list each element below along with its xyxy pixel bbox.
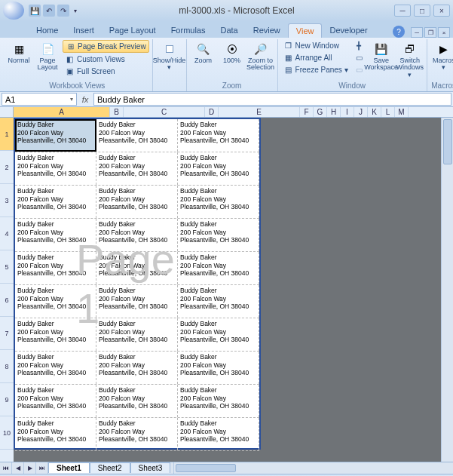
sheet-nav-last[interactable]: ⏭ — [36, 462, 48, 474]
tab-review[interactable]: Review — [246, 23, 288, 38]
workbook-close-button[interactable]: × — [438, 27, 450, 38]
column-header-d[interactable]: D — [205, 107, 219, 117]
split-button[interactable]: ╋ — [352, 40, 366, 51]
cell-A8[interactable]: Buddy Baker200 Falcon WayPleasantville, … — [15, 352, 96, 384]
normal-view-button[interactable]: ▦ Normal — [5, 40, 32, 66]
row-header-7[interactable]: 7 — [0, 317, 14, 350]
show-hide-button[interactable]: Show/Hide▾ — [156, 40, 183, 73]
cell-E6[interactable]: Buddy Baker200 Falcon WayPleasantville, … — [178, 285, 259, 318]
cell-C3[interactable]: Buddy Baker200 Falcon WayPleasantville, … — [96, 186, 178, 218]
row-header-8[interactable]: 8 — [0, 350, 14, 383]
page-break-preview-button[interactable]: ⊞Page Break Preview — [63, 40, 149, 53]
cell-C9[interactable]: Buddy Baker200 Falcon WayPleasantville, … — [96, 385, 178, 417]
cell-E2[interactable]: Buddy Baker200 Falcon WayPleasantville, … — [178, 152, 259, 185]
full-screen-button[interactable]: ▣Full Screen — [63, 66, 149, 77]
qat-customize-dropdown[interactable]: ▾ — [72, 5, 79, 17]
row-header-6[interactable]: 6 — [0, 284, 14, 317]
arrange-all-button[interactable]: ▦Arrange All — [281, 52, 350, 63]
cell-C5[interactable]: Buddy Baker200 Falcon WayPleasantville, … — [96, 252, 178, 284]
macros-button[interactable]: ▶Macros▾ — [430, 40, 453, 73]
cell-E4[interactable]: Buddy Baker200 Falcon WayPleasantville, … — [178, 219, 259, 251]
cell-A3[interactable]: Buddy Baker200 Falcon WayPleasantville, … — [15, 186, 96, 218]
cell-A10[interactable]: Buddy Baker200 Falcon WayPleasantville, … — [15, 418, 96, 450]
column-header-i[interactable]: I — [341, 107, 354, 117]
tab-home[interactable]: Home — [29, 23, 66, 38]
cell-C7[interactable]: Buddy Baker200 Falcon WayPleasantville, … — [96, 318, 178, 351]
cell-A9[interactable]: Buddy Baker200 Falcon WayPleasantville, … — [15, 385, 96, 417]
vertical-scrollbar[interactable] — [441, 118, 453, 462]
cell-C4[interactable]: Buddy Baker200 Falcon WayPleasantville, … — [96, 219, 178, 251]
sheet-nav-next[interactable]: ▶ — [24, 462, 36, 474]
row-header-1[interactable]: 1 — [0, 118, 14, 151]
cell-E8[interactable]: Buddy Baker200 Falcon WayPleasantville, … — [178, 352, 259, 384]
column-header-b[interactable]: B — [110, 107, 124, 117]
cell-E7[interactable]: Buddy Baker200 Falcon WayPleasantville, … — [178, 318, 259, 351]
column-header-c[interactable]: C — [124, 107, 205, 117]
row-header-4[interactable]: 4 — [0, 217, 14, 250]
maximize-button[interactable]: □ — [414, 5, 430, 17]
cell-A1[interactable]: Buddy Baker200 Falcon WayPleasantville, … — [15, 119, 96, 152]
zoom-100-button[interactable]: ⦿100% — [219, 40, 246, 66]
cell-E9[interactable]: Buddy Baker200 Falcon WayPleasantville, … — [178, 385, 259, 417]
row-header-9[interactable]: 9 — [0, 383, 14, 416]
cells-area[interactable]: Page 1 Buddy Baker200 Falcon WayPleasant… — [14, 118, 453, 462]
cell-E1[interactable]: Buddy Baker200 Falcon WayPleasantville, … — [178, 119, 259, 152]
save-workspace-button[interactable]: 💾Save Workspace — [368, 40, 395, 73]
custom-views-button[interactable]: ◧Custom Views — [63, 54, 149, 65]
column-header-e[interactable]: E — [219, 107, 300, 117]
tab-insert[interactable]: Insert — [66, 23, 102, 38]
row-header-3[interactable]: 3 — [0, 184, 14, 217]
formula-bar[interactable]: Buddy Baker — [93, 93, 451, 106]
horizontal-scrollbar[interactable] — [173, 462, 453, 474]
qat-redo-button[interactable]: ↷ — [57, 5, 69, 17]
cell-C6[interactable]: Buddy Baker200 Falcon WayPleasantville, … — [96, 285, 178, 318]
row-header-5[interactable]: 5 — [0, 250, 14, 284]
cell-C8[interactable]: Buddy Baker200 Falcon WayPleasantville, … — [96, 352, 178, 384]
cell-E5[interactable]: Buddy Baker200 Falcon WayPleasantville, … — [178, 252, 259, 284]
cell-C1[interactable]: Buddy Baker200 Falcon WayPleasantville, … — [96, 119, 178, 152]
help-button[interactable]: ? — [393, 26, 405, 38]
cell-C10[interactable]: Buddy Baker200 Falcon WayPleasantville, … — [96, 418, 178, 450]
column-header-m[interactable]: M — [395, 107, 409, 117]
column-header-j[interactable]: J — [354, 107, 368, 117]
new-window-button[interactable]: ❐New Window — [281, 40, 350, 51]
cell-E10[interactable]: Buddy Baker200 Falcon WayPleasantville, … — [178, 418, 259, 450]
cell-A4[interactable]: Buddy Baker200 Falcon WayPleasantville, … — [15, 219, 96, 251]
freeze-panes-button[interactable]: ▤Freeze Panes ▾ — [281, 64, 350, 75]
close-button[interactable]: × — [433, 5, 450, 17]
workbook-restore-button[interactable]: ❐ — [424, 27, 436, 38]
select-all-corner[interactable] — [0, 107, 14, 118]
minimize-button[interactable]: ─ — [394, 5, 411, 17]
column-header-h[interactable]: H — [327, 107, 341, 117]
sheet-tab-sheet2[interactable]: Sheet2 — [90, 462, 130, 473]
column-header-g[interactable]: G — [314, 107, 327, 117]
page-layout-view-button[interactable]: 📄 Page Layout — [34, 40, 61, 73]
office-button[interactable] — [3, 2, 24, 20]
tab-developer[interactable]: Developer — [322, 23, 375, 38]
cell-A2[interactable]: Buddy Baker200 Falcon WayPleasantville, … — [15, 152, 96, 185]
cell-C2[interactable]: Buddy Baker200 Falcon WayPleasantville, … — [96, 152, 178, 185]
column-header-a[interactable]: A — [14, 107, 110, 117]
tab-view[interactable]: View — [288, 23, 323, 38]
cell-A5[interactable]: Buddy Baker200 Falcon WayPleasantville, … — [15, 252, 96, 284]
horizontal-scrollbar-thumb[interactable] — [176, 464, 236, 472]
column-header-f[interactable]: F — [300, 107, 314, 117]
insert-function-button[interactable]: fx — [78, 92, 92, 106]
sheet-nav-prev[interactable]: ◀ — [12, 462, 24, 474]
qat-save-button[interactable]: 💾 — [29, 5, 41, 17]
zoom-button[interactable]: 🔍Zoom — [190, 40, 217, 66]
column-header-l[interactable]: L — [381, 107, 395, 117]
cell-A6[interactable]: Buddy Baker200 Falcon WayPleasantville, … — [15, 285, 96, 318]
cell-A7[interactable]: Buddy Baker200 Falcon WayPleasantville, … — [15, 318, 96, 351]
sheet-tab-sheet1[interactable]: Sheet1 — [48, 462, 90, 473]
column-header-k[interactable]: K — [368, 107, 381, 117]
tab-page-layout[interactable]: Page Layout — [102, 23, 164, 38]
qat-undo-button[interactable]: ↶ — [43, 5, 55, 17]
sheet-nav-first[interactable]: ⏮ — [0, 462, 12, 474]
tab-formulas[interactable]: Formulas — [164, 23, 213, 38]
workbook-minimize-button[interactable]: ─ — [411, 27, 423, 38]
switch-windows-button[interactable]: 🗗Switch Windows ▾ — [396, 40, 424, 80]
row-header-2[interactable]: 2 — [0, 151, 14, 184]
cell-E3[interactable]: Buddy Baker200 Falcon WayPleasantville, … — [178, 186, 259, 218]
tab-data[interactable]: Data — [213, 23, 245, 38]
